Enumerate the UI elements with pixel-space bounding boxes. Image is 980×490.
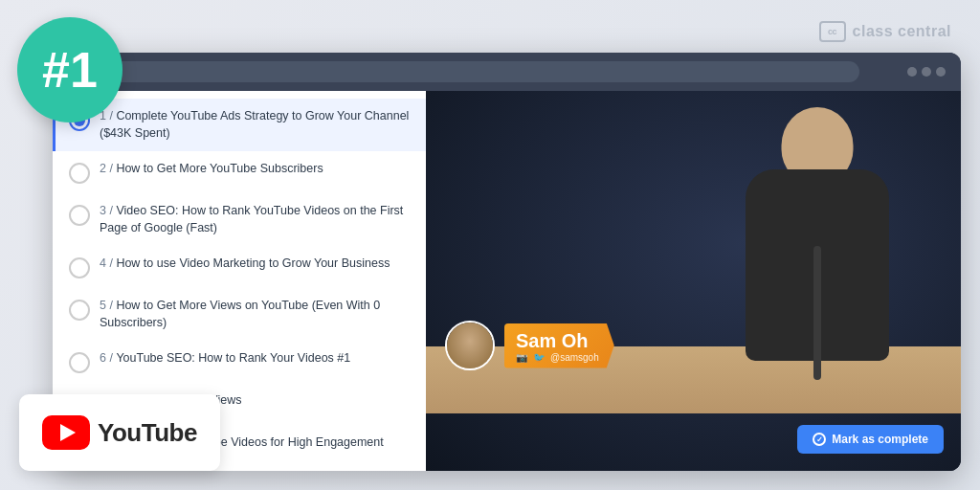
hoodie-stripe (813, 246, 821, 380)
social-handle: @samsgoh (550, 352, 599, 363)
brand-name: class central (853, 23, 951, 40)
sidebar-circle-5 (69, 300, 90, 321)
youtube-play-icon (42, 415, 90, 450)
play-triangle (60, 424, 76, 441)
browser-dot-2 (922, 67, 931, 77)
sidebar-item-5[interactable]: 5 / How to Get More Views on YouTube (Ev… (53, 288, 426, 341)
sidebar-circle-6 (69, 352, 90, 373)
youtube-logo-overlay: YouTube (19, 394, 220, 471)
check-icon: ✓ (813, 433, 826, 446)
video-panel: Sam Oh 📷 🐦 @samsgoh ✓ Mark as complete (426, 91, 961, 471)
sidebar-circle-2 (69, 163, 90, 184)
mark-complete-button[interactable]: ✓ Mark as complete (797, 425, 944, 454)
class-central-logo: cc class central (819, 21, 951, 42)
sidebar-circle-4 (69, 257, 90, 278)
instagram-icon: 📷 (516, 352, 527, 363)
presenter-social: 📷 🐦 @samsgoh (516, 352, 599, 363)
twitter-icon: 🐦 (533, 352, 545, 363)
rank-badge: #1 (17, 17, 122, 122)
browser-toolbar (53, 53, 961, 91)
sidebar-text-1: 1 / Complete YouTube Ads Strategy to Gro… (100, 108, 412, 142)
cc-icon: cc (819, 21, 846, 42)
address-bar (106, 61, 859, 82)
sidebar-item-3[interactable]: 3 / Video SEO: How to Rank YouTube Video… (53, 193, 426, 246)
sidebar-text-4: 4 / How to use Video Marketing to Grow Y… (100, 256, 390, 273)
mark-complete-label: Mark as complete (832, 433, 928, 446)
presenter-name-overlay: Sam Oh 📷 🐦 @samsgoh (445, 321, 614, 370)
sidebar-item-1[interactable]: 1 / Complete YouTube Ads Strategy to Gro… (53, 99, 426, 151)
presenter-banner: Sam Oh 📷 🐦 @samsgoh (504, 323, 614, 368)
presenter-avatar (445, 321, 495, 370)
sidebar-text-2: 2 / How to Get More YouTube Subscribers (100, 161, 323, 178)
browser-dot-1 (907, 67, 917, 77)
presenter-figure (712, 107, 923, 375)
sidebar-item-2[interactable]: 2 / How to Get More YouTube Subscribers (53, 151, 426, 193)
sidebar-text-6: 6 / YouTube SEO: How to Rank Your Videos… (100, 350, 350, 368)
browser-dot-3 (936, 67, 946, 77)
sidebar-circle-3 (69, 205, 90, 226)
sidebar-item-6[interactable]: 6 / YouTube SEO: How to Rank Your Videos… (53, 341, 426, 383)
youtube-wordmark: YouTube (98, 418, 197, 448)
browser-controls (907, 67, 946, 77)
sidebar-text-5: 5 / How to Get More Views on YouTube (Ev… (100, 298, 412, 331)
person-body (746, 169, 889, 361)
sidebar-item-4[interactable]: 4 / How to use Video Marketing to Grow Y… (53, 246, 426, 288)
presenter-name: Sam Oh (516, 329, 599, 352)
sidebar-text-3: 3 / Video SEO: How to Rank YouTube Video… (100, 203, 412, 236)
